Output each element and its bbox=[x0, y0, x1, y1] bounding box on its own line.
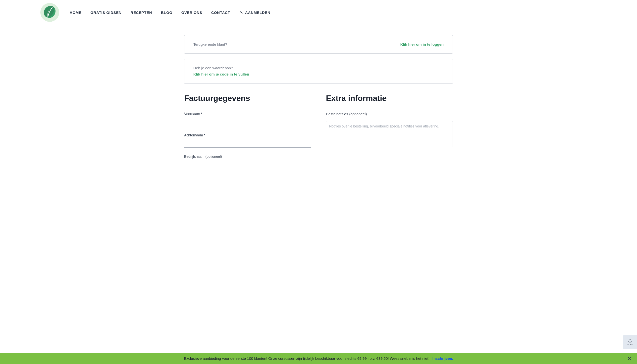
user-icon bbox=[239, 10, 244, 15]
bedrijfsnaam-input[interactable] bbox=[184, 160, 311, 169]
achternaam-required: * bbox=[204, 133, 205, 137]
nav-home[interactable]: HOME bbox=[70, 10, 81, 15]
voornaam-group: Voornaam * bbox=[184, 112, 311, 126]
header: HOME GRATIS GIDSEN RECEPTEN BLOG OVER ON… bbox=[0, 0, 637, 25]
extra-title: Extra informatie bbox=[326, 94, 453, 103]
form-columns: Factuurgegevens Voornaam * Achternaam * … bbox=[184, 94, 453, 176]
billing-title: Factuurgegevens bbox=[184, 94, 311, 103]
nav-contact[interactable]: CONTACT bbox=[211, 10, 230, 15]
main-nav: HOME GRATIS GIDSEN RECEPTEN BLOG OVER ON… bbox=[70, 10, 597, 15]
returning-customer-box: Terugkerende klant? Klik hier om in te l… bbox=[184, 35, 453, 54]
voucher-link[interactable]: Klik hier om je code in te vullen bbox=[193, 72, 249, 76]
main-content: Terugkerende klant? Klik hier om in te l… bbox=[179, 25, 458, 196]
voucher-box: Heb je een waardebon? Klik hier om je co… bbox=[184, 59, 453, 84]
nav-gratis-gidsen[interactable]: GRATIS GIDSEN bbox=[90, 10, 121, 15]
voucher-text: Heb je een waardebon? bbox=[193, 66, 444, 70]
extra-section: Extra informatie Bestelnotities (optione… bbox=[326, 94, 453, 155]
svg-point-1 bbox=[241, 11, 242, 12]
nav-over-ons[interactable]: OVER ONS bbox=[181, 10, 202, 15]
achternaam-label: Achternaam * bbox=[184, 133, 311, 137]
nav-recepten[interactable]: RECEPTEN bbox=[130, 10, 152, 15]
bestelnotities-group: Bestelnotities (optioneel) bbox=[326, 112, 453, 148]
bedrijfsnaam-label: Bedrijfsnaam (optioneel) bbox=[184, 154, 311, 158]
voornaam-required: * bbox=[201, 112, 202, 116]
billing-section: Factuurgegevens Voornaam * Achternaam * … bbox=[184, 94, 311, 176]
login-link[interactable]: Klik hier om in te loggen bbox=[400, 42, 444, 46]
logo-wrap[interactable] bbox=[40, 2, 60, 22]
bedrijfsnaam-group: Bedrijfsnaam (optioneel) bbox=[184, 154, 311, 169]
voornaam-input[interactable] bbox=[184, 118, 311, 126]
nav-aanmelden[interactable]: AANMELDEN bbox=[239, 10, 270, 15]
voornaam-label: Voornaam * bbox=[184, 112, 311, 116]
achternaam-group: Achternaam * bbox=[184, 133, 311, 148]
nav-blog[interactable]: BLOG bbox=[161, 10, 172, 15]
logo-icon bbox=[40, 2, 60, 22]
bestelnotities-label: Bestelnotities (optioneel) bbox=[326, 112, 453, 116]
returning-customer-text: Terugkerende klant? bbox=[193, 42, 227, 46]
achternaam-input[interactable] bbox=[184, 139, 311, 148]
bestelnotities-textarea[interactable] bbox=[326, 121, 453, 147]
